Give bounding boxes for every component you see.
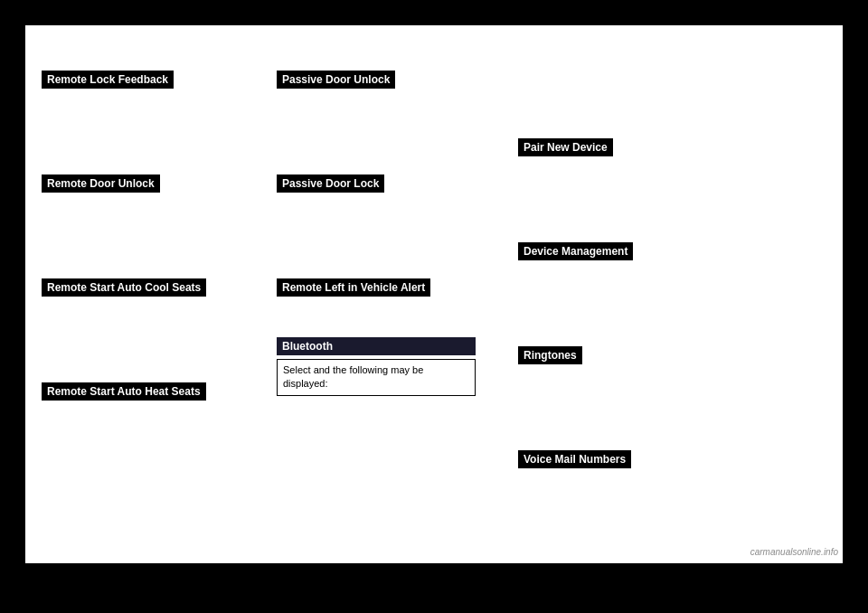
remote-door-unlock-label[interactable]: Remote Door Unlock — [42, 174, 160, 193]
item-device-management: Device Management — [518, 242, 735, 260]
item-ringtones: Ringtones — [518, 346, 735, 364]
passive-door-unlock-label[interactable]: Passive Door Unlock — [277, 71, 395, 89]
item-remote-lock-feedback: Remote Lock Feedback — [42, 71, 250, 89]
bottom-bar — [0, 563, 868, 613]
watermark: carmanualsonline.info — [750, 542, 838, 559]
item-remote-door-unlock: Remote Door Unlock — [42, 174, 250, 193]
item-passive-door-unlock: Passive Door Unlock — [277, 71, 494, 89]
pair-new-device-label[interactable]: Pair New Device — [518, 138, 613, 156]
item-remote-left-in-vehicle-alert: Remote Left in Vehicle Alert — [277, 278, 494, 297]
device-management-label[interactable]: Device Management — [518, 242, 633, 260]
column-1: Remote Lock Feedback Remote Door Unlock … — [42, 71, 250, 426]
column-3: Pair New Device Device Management Ringto… — [518, 71, 735, 494]
voice-mail-numbers-label[interactable]: Voice Mail Numbers — [518, 450, 631, 468]
bluetooth-label[interactable]: Bluetooth — [277, 337, 476, 355]
top-bar — [0, 0, 868, 25]
remote-lock-feedback-label[interactable]: Remote Lock Feedback — [42, 71, 174, 89]
remote-start-auto-heat-seats-label[interactable]: Remote Start Auto Heat Seats — [42, 382, 206, 401]
item-bluetooth: Bluetooth Select and the following may b… — [277, 337, 494, 396]
column-2: Passive Door Unlock Passive Door Lock Re… — [277, 71, 494, 421]
left-bar — [0, 25, 25, 563]
bluetooth-description: Select and the following may be displaye… — [277, 359, 476, 396]
item-pair-new-device: Pair New Device — [518, 138, 735, 156]
remote-left-in-vehicle-alert-label[interactable]: Remote Left in Vehicle Alert — [277, 278, 430, 297]
item-remote-start-auto-heat-seats: Remote Start Auto Heat Seats — [42, 382, 250, 401]
item-remote-start-auto-cool-seats: Remote Start Auto Cool Seats — [42, 278, 250, 297]
right-bar — [843, 25, 868, 563]
content-area: Remote Lock Feedback Remote Door Unlock … — [25, 25, 843, 563]
remote-start-auto-cool-seats-label[interactable]: Remote Start Auto Cool Seats — [42, 278, 206, 297]
passive-door-lock-label[interactable]: Passive Door Lock — [277, 174, 384, 193]
item-passive-door-lock: Passive Door Lock — [277, 174, 494, 193]
ringtones-label[interactable]: Ringtones — [518, 346, 582, 364]
item-voice-mail-numbers: Voice Mail Numbers — [518, 450, 735, 468]
watermark-text: carmanualsonline.info — [750, 547, 838, 557]
